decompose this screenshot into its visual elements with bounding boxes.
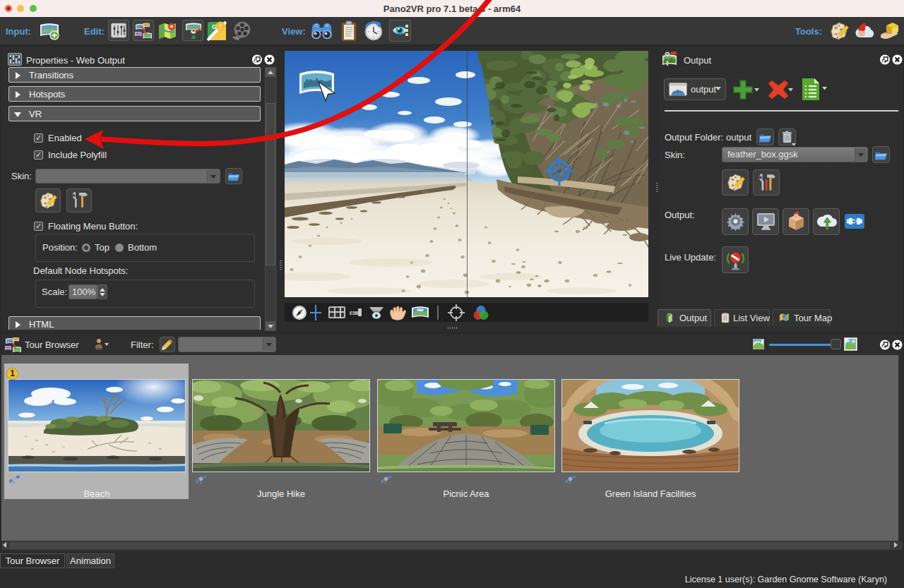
svg-text:G: G bbox=[212, 23, 217, 30]
